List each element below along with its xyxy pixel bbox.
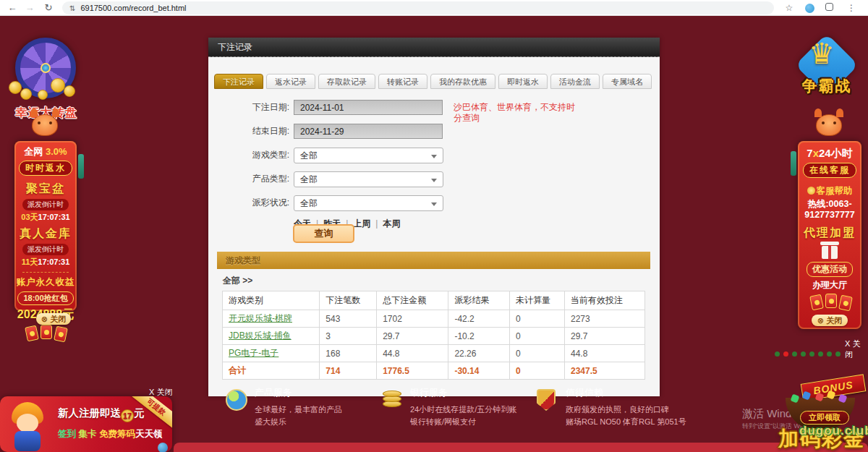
dragon-mascot-right [810,108,848,140]
tab-rebate-records[interactable]: 返水记录 [266,74,315,89]
address-bar[interactable]: ⇅ 6917500.com/record_bet.html [62,1,774,14]
promo-pager-dots [775,351,841,357]
extensions-icon[interactable] [822,1,835,14]
right-promo-scroll[interactable]: 7x24小时 在线客服 客服帮助 热线:0063-9127737777 代理加盟… [798,141,861,329]
table-header-row: 游戏类别 下注笔数 总下注金额 派彩结果 未计算量 当前有效投注 [223,291,645,310]
reload-icon[interactable]: ↻ [42,1,55,14]
tassel-decoration [78,154,84,179]
payout-status-value: 全部 [300,197,318,210]
pager-dot[interactable] [775,351,780,357]
online-service-pill: 在线客服 [803,163,856,178]
coins-icon [381,389,403,411]
tassel-decoration [791,151,796,176]
game-type-select[interactable]: 全部 [294,148,443,163]
countdown-2: 11天17:07:31 [14,257,77,268]
browser-toolbar: ← → ↻ ⇅ 6917500.com/record_bet.html ☆ ⋮ [0,0,868,16]
bet-record-table: 游戏类别 下注笔数 总下注金额 派彩结果 未计算量 当前有效投注 开元娱乐城-棋… [222,291,645,380]
tab-bet-records[interactable]: 下注记录 [214,74,263,89]
pager-dot[interactable] [792,351,797,357]
col-game-category: 游戏类别 [223,291,320,310]
forward-icon[interactable]: → [23,1,36,14]
search-button[interactable]: 查询 [293,224,354,243]
left-promo-scroll[interactable]: 全网 3.0% 时时返水 聚宝盆 派发倒计时 03天17:07:31 真人金库 … [14,141,77,311]
bet-record-panel: 下注记录 下注记录 返水记录 存取款记录 转账记录 我的存款优惠 即时返水 活动… [208,38,660,396]
label-bet-date: 下注日期: [223,100,289,115]
bookmark-star-icon[interactable]: ☆ [783,1,796,14]
game-link-jdb[interactable]: JDB娱乐城-捕鱼 [229,331,292,341]
table-row: 开元娱乐城-棋牌 543 1702 -42.2 0 2273 [223,310,645,328]
coin-icon [20,88,32,100]
label-payout-status: 派彩状况: [223,195,289,210]
record-tabs: 下注记录 返水记录 存取款记录 转账记录 我的存款优惠 即时返水 活动金流 专属… [214,74,652,89]
chevron-down-icon [431,155,437,158]
pager-dot[interactable] [827,351,832,357]
tab-deposit-withdraw-records[interactable]: 存取款记录 [318,74,375,89]
link-this-week[interactable]: 本周 [383,218,400,229]
mascot-character [4,402,55,452]
pager-dot[interactable] [809,351,814,357]
right-x-close-button[interactable]: X 关闭 [845,338,868,360]
tab-exclusive-domain[interactable]: 专属域名 [603,74,652,89]
hotline-number: 热线:0063-9127737777 [798,199,861,221]
dragon-mascot-left [26,108,64,140]
tab-deposit-promos[interactable]: 我的存款优惠 [430,74,495,89]
page-background: 幸运大转盘 全网 3.0% 时时返水 聚宝盆 派发倒计时 03天17:07:31… [0,16,868,452]
pager-dot[interactable] [801,351,806,357]
payout-status-select[interactable]: 全部 [294,195,443,211]
coin-icon [64,85,75,97]
pager-dot[interactable] [835,351,841,357]
footer-title: 值得信赖 [566,386,725,399]
red-envelopes-decoration [14,325,77,344]
service-help: 客服帮助 [798,185,861,197]
pager-dot[interactable] [818,351,823,357]
jubaopen-title: 聚宝盆 [14,182,77,197]
label-game-type: 游戏类型: [223,148,289,163]
site-info-icon[interactable]: ⇅ [69,4,75,12]
link-last-week[interactable]: 上周 [353,218,370,229]
col-bet-count: 下注笔数 [320,291,377,310]
account-benefit-line: 账户永久收益 [14,276,77,289]
col-uncounted: 未计算量 [510,291,565,310]
url-text[interactable]: 6917500.com/record_bet.html [80,4,186,12]
battle-banner[interactable]: ♛ 争霸战 [788,40,864,112]
claim-now-button[interactable]: 立即领取 [800,411,849,425]
browser-globe-icon[interactable] [803,1,816,14]
filter-all-link[interactable]: 全部 >> [223,275,252,287]
rebate-pill: 时时返水 [19,161,72,176]
shield-icon [537,389,556,411]
tab-activity-flow[interactable]: 活动金流 [550,74,600,89]
bottom-marquee-strip[interactable] [174,443,868,452]
right-scroll-close-button[interactable]: ⊗ 关闭 [812,315,848,326]
tab-instant-rebate[interactable]: 即时返水 [498,74,548,89]
pager-dot-active[interactable] [783,351,788,357]
end-date-input[interactable] [294,124,443,139]
redpacket-pill: 18:00抢红包 [17,291,73,305]
new-user-banner[interactable]: 新人注册即送17元 签到 集卡 免费筹码天天领 可提款 [0,396,172,452]
headset-icon [807,187,815,195]
gift-icon [822,246,838,259]
bet-date-input[interactable] [294,100,443,115]
new-user-subline: 签到 集卡 免费筹码天天领 [58,428,171,440]
back-icon[interactable]: ← [6,1,19,14]
col-total-bet: 总下注金额 [377,291,448,310]
battle-title: 争霸战 [787,76,867,96]
tab-transfer-records[interactable]: 转账记录 [378,74,427,89]
service-hall-label: 办理大厅 [798,279,861,291]
product-type-select[interactable]: 全部 [294,171,443,187]
col-payout-result: 派彩结果 [448,291,510,310]
game-link-pg[interactable]: PG电子-电子 [229,348,278,358]
table-row: PG电子-电子 168 44.8 22.26 0 44.8 [223,345,645,362]
countdown-label-2: 派发倒计时 [22,244,69,255]
screen: ← → ↻ ⇅ 6917500.com/record_bet.html ☆ ⋮ … [0,0,868,452]
bonus-banner[interactable]: BONUS 立即领取 加码彩金 [771,363,868,452]
game-type-value: 全部 [300,150,318,162]
left-scroll-close-button[interactable]: ⊗ 关闭 [36,313,71,325]
label-end-date: 结束日期: [223,124,289,139]
menu-dots-icon[interactable]: ⋮ [845,1,858,14]
coin-17-icon: 17 [121,409,134,422]
agent-join-title: 代理加盟 [798,226,861,241]
telegram-icon [158,443,168,452]
game-link-kaiyuan[interactable]: 开元娱乐城-棋牌 [229,313,292,323]
product-type-value: 全部 [300,174,318,186]
crown-icon: ♛ [809,37,835,70]
